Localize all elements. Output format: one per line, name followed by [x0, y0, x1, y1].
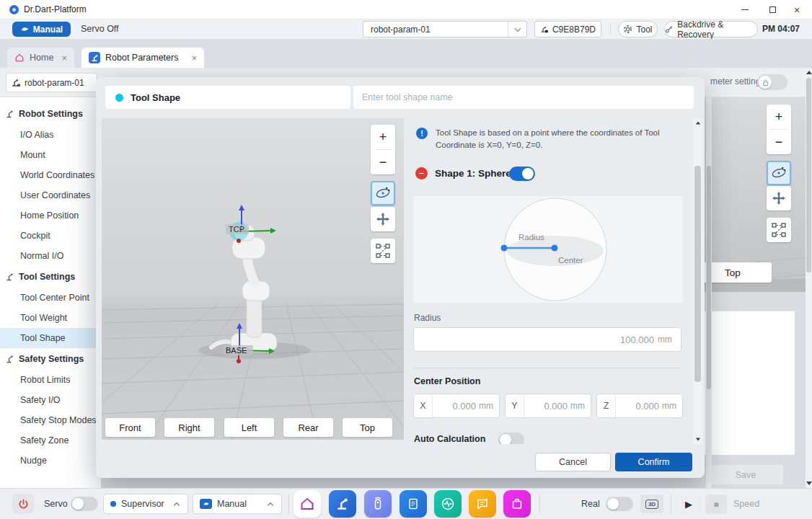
home-app-icon[interactable] — [294, 490, 321, 518]
maximize-button[interactable] — [760, 0, 785, 19]
taskbar-divider — [671, 494, 671, 514]
center-position-label: Center Position — [414, 376, 480, 386]
shape-settings-panel: ! Tool Shape is based on a point where t… — [413, 118, 683, 444]
page-scroll-thumb[interactable] — [806, 78, 811, 272]
scroll-down-icon[interactable] — [806, 482, 812, 485]
sidebar-item-normal-io[interactable]: Normal I/O — [0, 246, 101, 266]
pan-icon — [770, 190, 787, 207]
measure-tool-button[interactable] — [371, 239, 395, 263]
power-icon — [18, 499, 29, 510]
close-tab-icon[interactable]: × — [61, 53, 67, 63]
bg-zoom-group: + − — [767, 105, 791, 154]
view-left-button[interactable]: Left — [224, 418, 274, 437]
sidebar-item-safety-io[interactable]: Safety I/O — [0, 390, 101, 410]
dialog-scroll-thumb[interactable] — [694, 166, 701, 382]
center-z-input[interactable]: Z 0.000mm — [596, 394, 683, 418]
robot-icon — [6, 355, 14, 363]
close-window-button[interactable]: × — [785, 0, 809, 19]
sidebar-item-tool-center-point[interactable]: Tool Center Point — [0, 288, 101, 308]
orbit-tool-button[interactable] — [371, 181, 395, 205]
sidebar-item-home-position[interactable]: Home Position — [0, 205, 101, 226]
lock-settings-toggle[interactable] — [757, 74, 787, 90]
store-app-icon[interactable] — [503, 490, 531, 518]
monitor-app-icon[interactable] — [434, 490, 462, 518]
measure-icon — [375, 243, 391, 259]
bg-pan-tool-button[interactable] — [767, 186, 791, 210]
scroll-up-icon[interactable] — [695, 122, 700, 125]
sidebar-item-world-coordinates[interactable]: World Coordinates — [0, 165, 101, 185]
tool-button[interactable]: Tool — [618, 21, 658, 37]
sidebar-item-mount[interactable]: Mount — [0, 145, 101, 165]
radius-input[interactable]: 100.000 mm — [413, 327, 681, 352]
param-name-box[interactable]: robot-param-01 — [6, 73, 97, 92]
chevron-up-icon — [266, 501, 275, 507]
manual-mode-button[interactable]: Manual — [12, 22, 71, 37]
bg-zoom-in-button[interactable]: + — [767, 105, 791, 129]
pan-tool-button[interactable] — [371, 207, 395, 231]
dialog-title: Tool Shape — [131, 92, 180, 103]
sidebar-item-nudge[interactable]: Nudge — [0, 451, 101, 471]
power-button[interactable] — [12, 494, 34, 514]
scroll-down-icon[interactable] — [695, 438, 700, 441]
robot-params-app-icon[interactable] — [329, 490, 356, 518]
bg-measure-tool-button[interactable] — [767, 218, 791, 242]
sidebar-item-user-coordinates[interactable]: User Coordinates — [0, 185, 101, 205]
tcp-label: TCP — [229, 225, 244, 234]
tool-shape-name-input[interactable] — [353, 86, 694, 109]
view-right-button[interactable]: Right — [164, 418, 214, 437]
tab-robot-parameters[interactable]: Robot Parameters × — [81, 48, 204, 68]
scroll-up-icon[interactable] — [806, 71, 812, 74]
save-button[interactable]: Save — [708, 465, 783, 484]
view-front-button[interactable]: Front — [105, 418, 155, 437]
sidebar-item-safety-zone[interactable]: Safety Zone — [0, 430, 101, 451]
3d-badge-icon: 3D — [645, 500, 658, 509]
servo-toggle[interactable] — [71, 497, 98, 511]
mode-dropdown[interactable]: Manual — [193, 494, 282, 514]
tab-home[interactable]: Home × — [7, 48, 74, 68]
bg-orbit-tool-button[interactable] — [767, 161, 791, 185]
pan-icon — [374, 210, 392, 228]
remote-app-icon[interactable] — [364, 490, 392, 518]
remove-shape-icon[interactable]: − — [415, 167, 428, 179]
sidebar-item-tool-weight[interactable]: Tool Weight — [0, 308, 101, 328]
real-toggle[interactable] — [606, 497, 633, 511]
dialog-scrollbar[interactable] — [693, 118, 702, 444]
auto-calculation-toggle[interactable] — [498, 432, 524, 444]
backdrive-recovery-button[interactable]: Backdrive & Recovery — [664, 21, 758, 37]
bg-zoom-out-button[interactable]: − — [767, 130, 791, 154]
dialog-title-box: Tool Shape — [105, 86, 350, 109]
minimize-button[interactable] — [733, 0, 757, 19]
center-x-input[interactable]: X 0.000mm — [413, 394, 500, 418]
shape-1-toggle[interactable] — [509, 167, 535, 181]
view-rear-button[interactable]: Rear — [283, 418, 333, 437]
page-scrollbar[interactable] — [806, 68, 812, 488]
sidebar-section-tool-settings: Tool Settings — [0, 266, 101, 288]
sidebar-item-safety-stop-modes[interactable]: Safety Stop Modes — [0, 410, 101, 430]
app-window: Dr.Dart-Platform × Manual Servo Off robo… — [0, 0, 812, 519]
play-button[interactable]: ▶ — [678, 494, 700, 514]
view-3d-button[interactable]: 3D — [640, 494, 663, 513]
close-tab-icon[interactable]: × — [191, 53, 197, 63]
confirm-button[interactable]: Confirm — [615, 453, 692, 471]
device-id-badge[interactable]: C9E8B79D — [534, 21, 601, 37]
sidebar-item-cockpit[interactable]: Cockpit — [0, 226, 101, 246]
center-y-input[interactable]: Y 0.000mm — [505, 394, 591, 418]
sidebar-item-tool-shape[interactable]: Tool Shape — [0, 328, 101, 348]
sidebar-item-io-alias[interactable]: I/O Alias — [0, 125, 101, 145]
zoom-out-button[interactable]: − — [371, 150, 395, 174]
zoom-group: + − — [371, 125, 395, 174]
background-scrollbar[interactable] — [706, 97, 712, 488]
role-status-dot — [110, 501, 116, 507]
cancel-button[interactable]: Cancel — [535, 453, 611, 471]
param-file-dropdown[interactable]: robot-param-01 — [363, 21, 527, 37]
document-app-icon[interactable] — [400, 490, 427, 518]
sidebar-section-robot-settings: Robot Settings — [0, 103, 101, 125]
role-dropdown[interactable]: Supervisor — [103, 494, 188, 514]
stop-button[interactable]: ■ — [705, 494, 727, 514]
zoom-in-button[interactable]: + — [371, 125, 395, 149]
view-top-button[interactable]: Top — [343, 418, 392, 437]
close-icon: × — [794, 5, 800, 15]
sidebar-item-robot-limits[interactable]: Robot Limits — [0, 370, 101, 390]
message-app-icon[interactable] — [469, 490, 496, 518]
dialog-3d-viewport[interactable]: TCP BASE + − — [102, 118, 404, 440]
